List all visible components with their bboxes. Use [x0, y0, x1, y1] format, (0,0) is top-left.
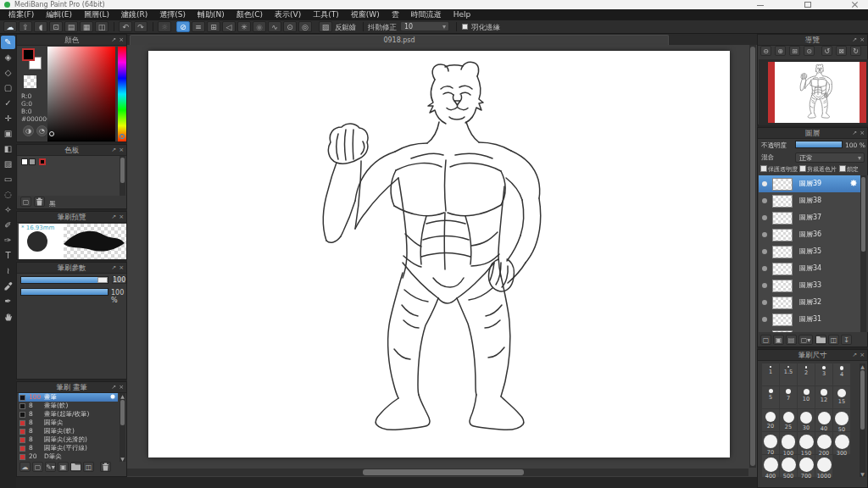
snap-curve-icon[interactable]: ∿	[268, 21, 281, 32]
brush-tool[interactable]: ✎	[1, 36, 15, 49]
close-icon[interactable]: ×	[119, 263, 124, 272]
undo-icon[interactable]: ↶	[119, 21, 132, 32]
brush-size-scrollbar[interactable]: ▲▼	[860, 363, 865, 477]
palette-swatch-white[interactable]	[21, 158, 28, 165]
menu-file[interactable]: 檔案(F)	[3, 9, 40, 20]
snap-parallel-icon[interactable]: ≡	[192, 21, 205, 32]
brush-row[interactable]: 8圓筆尖	[19, 419, 118, 427]
popout-icon[interactable]: ↗	[111, 263, 116, 272]
upload-icon[interactable]: ⇧	[19, 21, 32, 32]
brush-opacity-slider[interactable]	[20, 288, 108, 296]
zoom-out-icon[interactable]: ⊖	[760, 46, 771, 56]
menu-layer[interactable]: 圖層(L)	[78, 9, 115, 20]
menu-assist[interactable]: 輔助(N)	[192, 9, 231, 20]
new-layer-icon[interactable]: ▢	[760, 335, 771, 345]
monitor-icon[interactable]: ⊡	[49, 21, 63, 32]
folder-icon[interactable]	[815, 335, 826, 345]
brush-size-cell[interactable]: 70	[762, 432, 779, 454]
bucket-tool[interactable]: ◧	[1, 142, 15, 156]
transparent-swatch[interactable]	[24, 75, 36, 88]
fit-view-icon[interactable]: ⊞	[789, 46, 800, 56]
layer-row[interactable]: 圖層39	[759, 175, 861, 193]
menu-window[interactable]: 視窗(W)	[345, 9, 386, 20]
lock-checkbox[interactable]: 鎖定	[839, 165, 859, 174]
canvas[interactable]	[148, 51, 730, 458]
shape-tool[interactable]: ▢	[1, 81, 15, 95]
brush-row[interactable]: 100畫筆	[19, 393, 118, 402]
layer-row[interactable]: 圖層33	[759, 277, 861, 295]
canvas-vertical-scrollbar[interactable]	[749, 45, 756, 468]
move-tool[interactable]: ✛	[1, 112, 15, 125]
brush-size-cell[interactable]: 1.5	[780, 363, 797, 385]
protect-alpha-checkbox[interactable]: 保護透明度	[760, 165, 798, 174]
palette-swatch-black-selected[interactable]	[39, 158, 46, 165]
brush-size-cell[interactable]: 4	[833, 363, 850, 385]
layer-row[interactable]: 圖層34	[759, 260, 861, 278]
brush-size-cell[interactable]: 30	[798, 409, 815, 431]
close-button[interactable]	[844, 0, 866, 9]
panel-layout-icon[interactable]: ◫	[95, 21, 108, 32]
close-icon[interactable]: ×	[860, 129, 865, 137]
popout-icon[interactable]: ↗	[111, 146, 116, 154]
layer-row[interactable]: 圖層37	[759, 209, 861, 227]
cloud-download-icon[interactable]: ☁	[19, 462, 31, 472]
antialias-icon[interactable]: ▨	[319, 21, 332, 32]
brush-row[interactable]: 8圓筆尖(光滑的)	[19, 435, 118, 444]
dot-tool[interactable]: ◇	[1, 66, 15, 80]
brightness-icon[interactable]: ☼	[158, 21, 171, 32]
maximize-button[interactable]	[797, 0, 819, 9]
select-eraser-tool[interactable]: ✑	[1, 234, 15, 247]
navigator-thumbnail[interactable]	[759, 59, 868, 125]
close-icon[interactable]: ×	[860, 36, 865, 44]
magic-wand-tool[interactable]: ✧	[1, 203, 15, 217]
menu-filter[interactable]: 濾鏡(R)	[115, 9, 153, 20]
layer-opacity-slider[interactable]	[795, 141, 843, 148]
eyedropper-tool[interactable]	[1, 280, 15, 293]
trash-icon[interactable]	[100, 462, 111, 472]
comment-icon[interactable]: ◖	[34, 21, 47, 32]
brush-size-cell[interactable]: 200	[815, 432, 832, 454]
layer-list-scrollbar[interactable]	[860, 175, 866, 332]
brush-size-cell[interactable]: 5	[762, 386, 779, 408]
minimize-button[interactable]	[749, 0, 771, 9]
brush-size-cell[interactable]: 12	[815, 386, 832, 408]
snap-off-icon[interactable]: ⊘	[176, 21, 190, 32]
snap-circle-icon[interactable]: ◉	[253, 21, 266, 32]
feather-checkbox[interactable]	[462, 24, 468, 30]
gear-icon[interactable]	[849, 180, 858, 188]
palette-scrollbar[interactable]	[120, 156, 125, 196]
close-icon[interactable]: ×	[119, 36, 124, 44]
blend-mode-select[interactable]: 正常▾	[795, 152, 865, 163]
brush-size-cell[interactable]: 40	[815, 409, 832, 431]
saturation-value-picker[interactable]	[47, 47, 115, 141]
hand-tool[interactable]	[1, 310, 15, 324]
close-icon[interactable]: ×	[860, 351, 865, 359]
layer-row[interactable]: 圖層32	[759, 294, 861, 312]
layer-menu-icon[interactable]: ▢▾	[798, 335, 813, 345]
foreground-color-swatch[interactable]	[22, 48, 35, 61]
popout-icon[interactable]: ↗	[852, 129, 857, 137]
snap-vanish-icon[interactable]: ◁	[222, 21, 236, 32]
brush-size-cell[interactable]: 700	[798, 455, 815, 477]
menu-help[interactable]: Help	[448, 9, 477, 20]
duplicate-layer-icon[interactable]: ◫	[828, 335, 839, 345]
brush-row[interactable]: 20D筆尖	[19, 452, 118, 461]
brush-menu-icon[interactable]: ✎▾	[45, 462, 56, 472]
popout-icon[interactable]: ↗	[852, 36, 857, 44]
rotate-right-icon[interactable]: ↻	[850, 46, 861, 56]
brush-size-cell[interactable]: 300	[833, 432, 850, 454]
brush-size-cell[interactable]: 500	[780, 455, 797, 477]
brush-size-cell[interactable]: 10	[798, 386, 815, 408]
new-8bit-layer-icon[interactable]: ▤	[786, 335, 797, 345]
brush-row[interactable]: 8畫筆(起筆/收筆)	[19, 410, 118, 419]
snap-ellipse-icon[interactable]: ⊙	[283, 21, 297, 32]
brush-size-cell[interactable]: 50	[833, 409, 850, 431]
eraser-tool[interactable]: ◈	[1, 51, 15, 64]
layer-row[interactable]: 圖層31	[759, 311, 861, 329]
color-wheel-icon[interactable]: ◑	[23, 125, 34, 136]
add-palette-icon[interactable]: ▢	[20, 197, 31, 207]
layer-row[interactable]: 圖層36	[759, 226, 861, 244]
popout-icon[interactable]: ↗	[111, 383, 116, 391]
new-brush-icon[interactable]: ▢	[32, 462, 43, 472]
brush-size-cell[interactable]: 2	[798, 363, 815, 385]
